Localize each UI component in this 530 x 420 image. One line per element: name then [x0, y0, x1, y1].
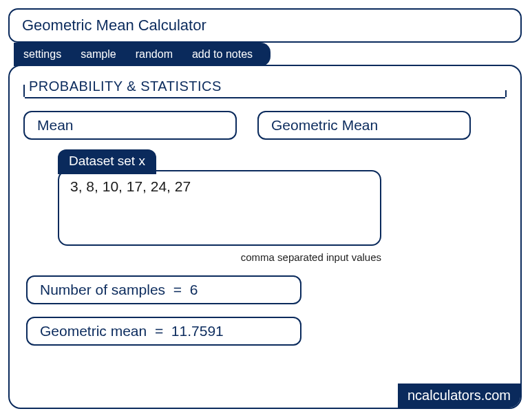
samples-output: Number of samples = 6: [26, 275, 301, 304]
tab-bar: settings sample random add to notes: [14, 43, 271, 66]
section-heading: PROBABILITY & STATISTICS: [29, 78, 507, 94]
samples-label: Number of samples: [40, 282, 165, 297]
tab-random[interactable]: random: [126, 43, 182, 66]
breadcrumb: Mean Geometric Mean: [23, 111, 507, 140]
section-divider: [25, 97, 505, 98]
dataset-input[interactable]: [58, 170, 381, 246]
dataset-hint: comma separated input values: [58, 251, 381, 263]
tab-sample[interactable]: sample: [71, 43, 126, 66]
samples-value: 6: [190, 282, 198, 297]
gm-value: 11.7591: [171, 323, 224, 339]
gm-label: Geometric mean: [40, 323, 147, 339]
dataset-label: Dataset set x: [58, 149, 156, 174]
dataset-group: Dataset set x comma separated input valu…: [58, 149, 381, 263]
geometric-mean-output: Geometric mean = 11.7591: [26, 317, 301, 346]
main-panel: PROBABILITY & STATISTICS Mean Geometric …: [8, 65, 522, 409]
tab-settings[interactable]: settings: [14, 43, 71, 66]
footer-brand: ncalculators.com: [398, 384, 520, 408]
tab-add-to-notes[interactable]: add to notes: [182, 43, 262, 66]
page-title: Geometric Mean Calculator: [8, 8, 522, 43]
breadcrumb-mean[interactable]: Mean: [23, 111, 237, 140]
breadcrumb-geometric-mean[interactable]: Geometric Mean: [257, 111, 471, 140]
